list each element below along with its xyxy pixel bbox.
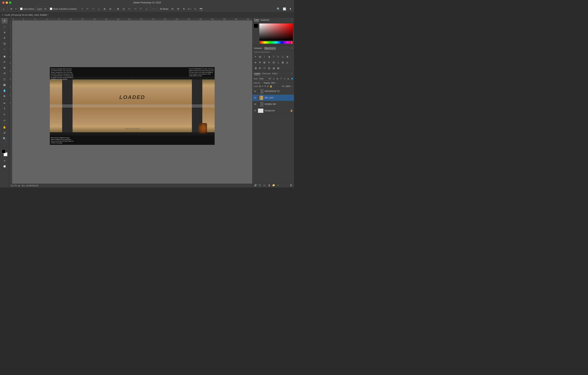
bw-adj-icon[interactable]: ◑ bbox=[285, 55, 289, 59]
minimize-button[interactable] bbox=[6, 1, 8, 4]
crop-tool[interactable]: ⊡ bbox=[1, 41, 8, 46]
color-panel-options[interactable]: ≡ bbox=[291, 19, 293, 21]
lock-artboard-btn[interactable]: ⊡ bbox=[267, 85, 269, 88]
normal-blend-mode[interactable]: Normal bbox=[254, 82, 260, 84]
distribute-left-btn[interactable]: ⊠ bbox=[116, 6, 120, 11]
adjustments-tab[interactable]: Adjustments bbox=[264, 46, 276, 50]
fill-dropdown[interactable]: ▼ bbox=[291, 85, 293, 87]
3d-scale-btn[interactable]: ⤡ bbox=[193, 6, 198, 11]
lock-paint-btn[interactable]: ✏ bbox=[262, 85, 263, 88]
3d-camera-btn[interactable]: 📷 bbox=[199, 6, 203, 11]
opacity-value-display[interactable]: 50% bbox=[271, 82, 275, 84]
adj-icon-13[interactable]: ◪ bbox=[272, 66, 276, 70]
gradient-map-adj-icon[interactable]: ▦ bbox=[281, 60, 285, 65]
gradient-tool[interactable]: ▦ bbox=[1, 82, 8, 88]
layer-eye-reference-tic[interactable]: 👁 bbox=[254, 90, 257, 93]
paths-tab[interactable]: Paths bbox=[272, 72, 278, 75]
adj-icon-9[interactable]: ◨ bbox=[253, 66, 257, 70]
layer-eye-img2163[interactable]: 👁 bbox=[254, 96, 257, 99]
curves-adj-icon[interactable]: ⌇ bbox=[262, 55, 267, 59]
color-tab[interactable]: Color bbox=[254, 18, 259, 22]
foreground-color-swatch[interactable] bbox=[254, 23, 258, 28]
tab-close-btn[interactable]: ✕ bbox=[1, 14, 4, 16]
marquee-tool[interactable]: ⬚ bbox=[1, 24, 8, 29]
add-mask-btn[interactable]: ◻ bbox=[263, 184, 266, 187]
magic-wand-tool[interactable]: ✦ bbox=[1, 35, 8, 41]
add-fill-btn[interactable]: ◑ bbox=[267, 184, 271, 187]
search-btn[interactable]: 🔍 bbox=[276, 6, 281, 11]
group-layers-btn[interactable]: 📁 bbox=[272, 184, 275, 187]
distribute-bottom-btn[interactable]: ⊥ bbox=[144, 6, 149, 11]
pen-tool[interactable]: ✒ bbox=[1, 100, 8, 106]
adj-icon-12[interactable]: ▧ bbox=[267, 66, 271, 70]
move-tool-button[interactable]: ✛ bbox=[9, 6, 14, 11]
3d-slide-btn[interactable]: ⟵ bbox=[187, 6, 192, 11]
lock-position-btn[interactable]: ✛ bbox=[264, 85, 266, 88]
blur-tool[interactable]: 💧 bbox=[1, 88, 8, 93]
show-transform-checkbox[interactable]: Show Transform Controls bbox=[50, 8, 76, 10]
fill-value-display[interactable]: 100% bbox=[286, 85, 291, 88]
fg-color-swatch[interactable] bbox=[2, 149, 5, 153]
type-tool[interactable]: T bbox=[1, 106, 8, 111]
lock-transparent-btn[interactable]: ⊞ bbox=[259, 85, 261, 88]
adj-icon-10[interactable]: ⊠ bbox=[258, 66, 262, 70]
hand-tool[interactable]: ✋ bbox=[1, 125, 8, 130]
history-brush-tool[interactable]: ↺ bbox=[1, 71, 8, 76]
selective-color-adj-icon[interactable]: ◭ bbox=[285, 60, 289, 65]
color-spectrum[interactable] bbox=[259, 41, 293, 44]
vibrance-adj-icon[interactable]: ▽ bbox=[272, 55, 276, 59]
layer-eye-background[interactable]: 👁 bbox=[254, 109, 257, 112]
filter-pixel-btn[interactable]: ◻ bbox=[272, 77, 275, 80]
layers-tab[interactable]: Layers bbox=[254, 72, 260, 75]
brush-tool[interactable]: ✏ bbox=[1, 59, 8, 65]
rotate-view-tool[interactable]: ↺ bbox=[1, 130, 8, 136]
blend-dropdown-arrow[interactable]: ▼ bbox=[261, 82, 262, 84]
maximize-button[interactable] bbox=[9, 1, 11, 4]
spot-heal-tool[interactable]: ◉ bbox=[1, 54, 8, 59]
layers-panel-options[interactable]: ≡ bbox=[291, 72, 293, 75]
align-left-btn[interactable]: ⊣ bbox=[79, 6, 84, 11]
filter-shape-btn[interactable]: ▭ bbox=[283, 77, 286, 80]
window-arrange-btn[interactable]: ⬜ bbox=[282, 6, 287, 11]
distribute-right-btn[interactable]: ⊢ bbox=[127, 6, 132, 11]
screen-mode-btn[interactable]: ⬜ bbox=[1, 164, 8, 169]
shape-tool[interactable]: ▭ bbox=[1, 118, 8, 123]
channel-mixer-adj-icon[interactable]: ⊞ bbox=[258, 60, 262, 65]
quick-mask-btn[interactable]: ⊘ bbox=[1, 158, 8, 163]
align-center-v-btn[interactable]: ⊞ bbox=[102, 6, 107, 11]
color-lookup-adj-icon[interactable]: ◧ bbox=[262, 60, 267, 65]
distribute-center-v-btn[interactable]: ⊤ bbox=[138, 6, 143, 11]
brightness-adj-icon[interactable]: ☀ bbox=[253, 55, 257, 59]
photo-filter-adj-icon[interactable]: ◈ bbox=[253, 60, 257, 65]
align-center-h-btn[interactable]: ⊢ bbox=[85, 6, 90, 11]
filter-adjust-btn[interactable]: ⊕ bbox=[276, 77, 279, 80]
3d-roll-btn[interactable]: ⟳ bbox=[176, 6, 181, 11]
layer-item-img2163[interactable]: 👁 IMG_2163 bbox=[252, 95, 294, 101]
lock-all-btn[interactable]: 🔒 bbox=[270, 85, 273, 88]
distribute-top-btn[interactable]: ⊣ bbox=[133, 6, 137, 11]
3d-rotate-btn[interactable]: ↻ bbox=[170, 6, 175, 11]
swatches-tab[interactable]: Swatches bbox=[261, 18, 270, 22]
layer-item-reference-tic[interactable]: 👁 REFERENCE TIC bbox=[252, 88, 294, 95]
align-bottom-btn[interactable]: ⊟ bbox=[108, 6, 113, 11]
auto-select-checkbox[interactable]: Auto-Select: bbox=[20, 8, 35, 10]
levels-adj-icon[interactable]: ▨ bbox=[258, 55, 262, 59]
status-arrow[interactable]: ▶ bbox=[19, 185, 20, 187]
3d-pan-btn[interactable]: ✦ bbox=[181, 6, 186, 11]
stamp-tool[interactable]: ⊕ bbox=[1, 65, 8, 70]
posterize-adj-icon[interactable]: ▤ bbox=[272, 60, 276, 65]
show-transform-input[interactable] bbox=[50, 8, 52, 10]
layer-eye-disable-me[interactable]: 👁 bbox=[254, 103, 257, 106]
opacity-dropdown[interactable]: ▼ bbox=[276, 82, 278, 84]
adj-icon-11[interactable]: ⊡ bbox=[262, 66, 267, 70]
dodge-tool[interactable]: ⚙ bbox=[1, 93, 8, 99]
add-style-btn[interactable]: fx bbox=[258, 184, 262, 187]
eyedropper-tool[interactable]: 𝄘 bbox=[1, 47, 8, 52]
move-tool-dropdown[interactable]: ▼ bbox=[15, 6, 17, 11]
color-balance-adj-icon[interactable]: ◻ bbox=[281, 55, 285, 59]
channels-tab[interactable]: Channels bbox=[262, 72, 271, 75]
layer-item-disable-me[interactable]: 👁 DISABLE ME bbox=[252, 101, 294, 108]
hue-sat-adj-icon[interactable]: ⊙ bbox=[276, 55, 280, 59]
canvas-container[interactable]: LOADED b CARVING SYSTEMS Design your gri… bbox=[12, 21, 252, 184]
libraries-tab[interactable]: Libraries bbox=[254, 47, 262, 50]
